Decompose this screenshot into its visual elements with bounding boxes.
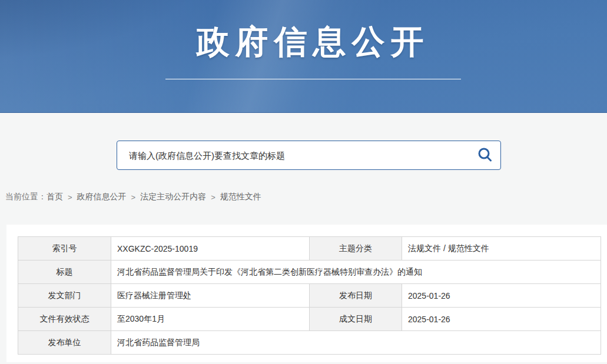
title-label: 标题	[18, 261, 111, 284]
written-date-value: 2025-01-26	[402, 308, 601, 331]
breadcrumb-separator: >	[68, 193, 72, 202]
table-row: 发布单位 河北省药品监督管理局	[18, 331, 601, 355]
title-underline	[165, 79, 461, 79]
publish-date-label: 发布日期	[310, 284, 402, 308]
index-number-label: 索引号	[18, 237, 111, 261]
table-row: 标题 河北省药品监督管理局关于印发《河北省第二类创新医疗器械特别审查办法》的通知	[18, 261, 601, 284]
breadcrumb-item-home[interactable]: 首页	[47, 192, 63, 202]
written-date-label: 成文日期	[310, 308, 402, 331]
search-button[interactable]	[470, 141, 500, 169]
document-metadata-table: 索引号 XXGKZC-2025-10019 主题分类 法规文件 / 规范性文件 …	[18, 236, 601, 355]
publisher-value: 河北省药品监督管理局	[111, 331, 601, 355]
search-section	[0, 113, 607, 170]
index-number-value: XXGKZC-2025-10019	[111, 237, 310, 261]
issuing-dept-value: 医疗器械注册管理处	[111, 284, 310, 308]
topic-category-value: 法规文件 / 规范性文件	[402, 237, 601, 261]
validity-status-label: 文件有效状态	[18, 308, 111, 331]
page-banner: 政府信息公开	[0, 0, 607, 113]
search-input[interactable]	[117, 141, 470, 169]
title-value: 河北省药品监督管理局关于印发《河北省第二类创新医疗器械特别审查办法》的通知	[111, 261, 601, 284]
table-row: 索引号 XXGKZC-2025-10019 主题分类 法规文件 / 规范性文件	[18, 237, 601, 261]
table-row: 文件有效状态 至2030年1月 成文日期 2025-01-26	[18, 308, 601, 331]
breadcrumb-item-normative-docs[interactable]: 规范性文件	[220, 192, 261, 202]
topic-category-label: 主题分类	[310, 237, 402, 261]
breadcrumb-prefix: 当前位置：	[5, 192, 47, 202]
search-box	[117, 141, 501, 170]
search-icon	[476, 146, 494, 164]
validity-status-value: 至2030年1月	[111, 308, 310, 331]
table-row: 发文部门 医疗器械注册管理处 发布日期 2025-01-26	[18, 284, 601, 308]
breadcrumb-item-statutory-content[interactable]: 法定主动公开内容	[140, 192, 206, 202]
breadcrumb: 当前位置： 首页 > 政府信息公开 > 法定主动公开内容 > 规范性文件	[5, 192, 607, 202]
content-card: 索引号 XXGKZC-2025-10019 主题分类 法规文件 / 规范性文件 …	[6, 225, 607, 362]
publish-date-value: 2025-01-26	[402, 284, 601, 308]
publisher-label: 发布单位	[18, 331, 111, 355]
breadcrumb-separator: >	[211, 193, 215, 202]
breadcrumb-separator: >	[131, 193, 136, 202]
page-title: 政府信息公开	[197, 20, 430, 65]
issuing-dept-label: 发文部门	[18, 284, 111, 308]
breadcrumb-item-gov-info[interactable]: 政府信息公开	[77, 192, 127, 202]
